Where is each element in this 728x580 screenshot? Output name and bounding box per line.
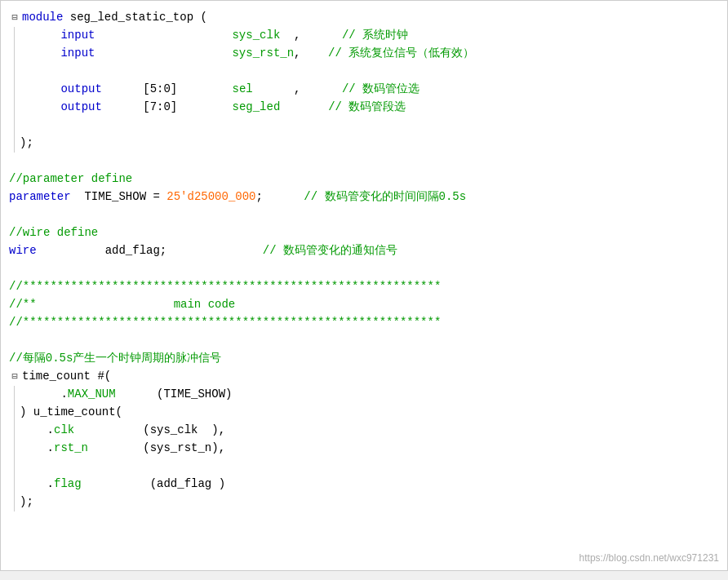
time-count-fold-group: ⊟time_count #( .MAX_NUM (TIME_SHOW)) u_t…: [9, 368, 727, 511]
code-line: //wire define: [9, 224, 727, 242]
module-fold-row: input sys_clk , // 系统时钟 input sys_rst_n,…: [9, 27, 727, 153]
time-count-header-line: ⊟time_count #(: [9, 368, 727, 386]
code-line: .flag (add_flag ): [20, 476, 727, 494]
fold-icon-time-count[interactable]: ⊟: [9, 371, 20, 383]
time-count-fold-content: .MAX_NUM (TIME_SHOW)) u_time_count( .clk…: [20, 386, 727, 511]
code-line: ) u_time_count(: [20, 404, 727, 422]
code-line: );: [20, 135, 727, 153]
code-line: //**************************************…: [9, 314, 727, 332]
code-line: //** main code: [9, 296, 727, 314]
code-line: [20, 63, 727, 81]
code-line: input sys_clk , // 系统时钟: [20, 27, 727, 45]
code-editor: ⊟module seg_led_static_top ( input sys_c…: [0, 0, 728, 571]
time-count-fold-row: .MAX_NUM (TIME_SHOW)) u_time_count( .clk…: [9, 386, 727, 511]
code-line: output [5:0] sel , // 数码管位选: [20, 81, 727, 99]
module-header-line: ⊟module seg_led_static_top (: [9, 9, 727, 27]
code-line: [20, 117, 727, 135]
fold-bar: [14, 27, 15, 153]
fold-bar-time-count: [14, 386, 15, 511]
code-line: [9, 332, 727, 350]
code-line: wire add_flag; // 数码管变化的通知信号: [9, 242, 727, 260]
code-line: .MAX_NUM (TIME_SHOW): [20, 386, 727, 404]
code-line: [20, 458, 727, 476]
code-line: );: [20, 494, 727, 511]
code-line: input sys_rst_n, // 系统复位信号（低有效）: [20, 45, 727, 63]
code-line: [9, 260, 727, 278]
code-line: output [7:0] seg_led // 数码管段选: [20, 99, 727, 117]
code-line: parameter TIME_SHOW = 25'd25000_000; // …: [9, 188, 727, 206]
code-line: [9, 153, 727, 170]
code-line: //parameter define: [9, 170, 727, 188]
module-fold-content: input sys_clk , // 系统时钟 input sys_rst_n,…: [20, 27, 727, 153]
code-line: [9, 206, 727, 224]
watermark: https://blog.csdn.net/wxc971231: [579, 552, 719, 564]
code-line: //每隔0.5s产生一个时钟周期的脉冲信号: [9, 350, 727, 368]
code-content: ⊟module seg_led_static_top ( input sys_c…: [9, 9, 727, 511]
code-line: .rst_n (sys_rst_n),: [20, 440, 727, 458]
code-line: .clk (sys_clk ),: [20, 422, 727, 440]
code-line: //**************************************…: [9, 278, 727, 296]
fold-icon[interactable]: ⊟: [9, 12, 20, 24]
module-fold-group: ⊟module seg_led_static_top ( input sys_c…: [9, 9, 727, 153]
